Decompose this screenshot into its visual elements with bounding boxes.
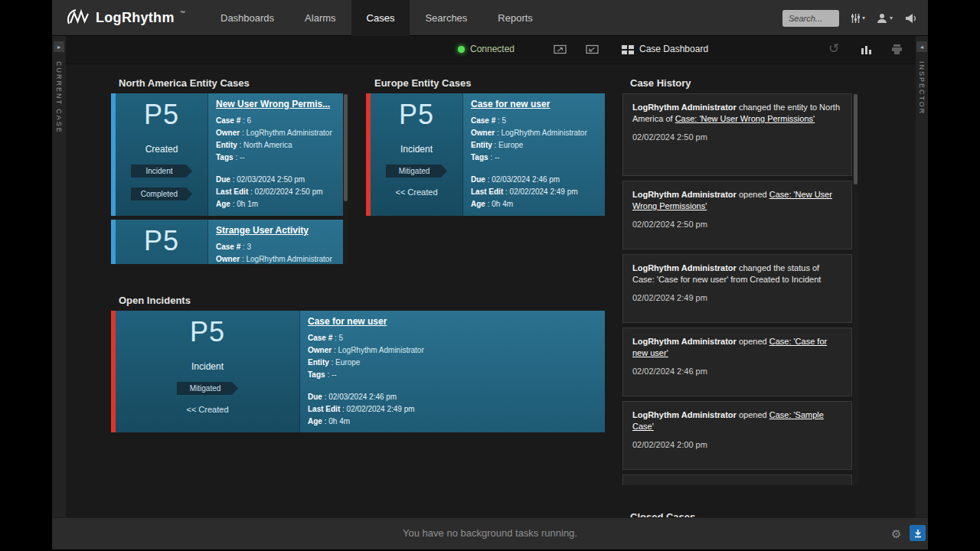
age-field: Age : 0h 4m xyxy=(308,416,597,428)
brand-name: LogRhythm xyxy=(96,8,175,28)
expand-inspector-icon[interactable]: ◂ xyxy=(916,41,927,52)
screen: LogRhythm ™ Dashboards Alarms Cases Sear… xyxy=(0,0,980,551)
north-america-list-scrollbar[interactable] xyxy=(343,93,348,264)
history-actor: LogRhythm Administrator xyxy=(632,263,737,272)
due-field: Due : 02/03/2024 2:46 pm xyxy=(471,174,597,186)
tags-field: Tags : -- xyxy=(471,152,597,164)
tab-dashboards[interactable]: Dashboards xyxy=(205,0,289,36)
user-menu-icon[interactable]: ▾ xyxy=(877,13,893,24)
case-number-field: Case # : 6 xyxy=(216,115,341,127)
owner-field: Owner : LogRhythm Administrator xyxy=(216,253,341,264)
last-edit-field: Last Edit : 02/02/2024 2:49 pm xyxy=(308,403,597,416)
tags-field: Tags : -- xyxy=(308,369,597,381)
case-card-new-user-wrong-permissions[interactable]: P5 Created Incident Completed New User W… xyxy=(111,93,348,216)
tab-cases[interactable]: Cases xyxy=(351,0,410,36)
top-nav: LogRhythm ™ Dashboards Alarms Cases Sear… xyxy=(52,0,928,36)
tab-searches[interactable]: Searches xyxy=(410,0,482,36)
case-number-field: Case # : 3 xyxy=(216,241,341,253)
owner-field: Owner : LogRhythm Administrator xyxy=(216,127,341,139)
history-action-text: opened xyxy=(737,190,769,199)
status-change-mitigated-button[interactable]: Mitigated xyxy=(386,165,447,178)
status-back-created-label[interactable]: << Created xyxy=(186,405,228,414)
chart-columns-icon[interactable] xyxy=(861,44,872,54)
case-details-panel: Case for new user Case # : 5 Owner : Log… xyxy=(300,311,605,432)
secondary-toolbar: Connected Case Dashboard ↺ xyxy=(52,36,928,64)
nav-right-controls: ▾ ▾ xyxy=(782,0,917,36)
history-actor: LogRhythm Administrator xyxy=(632,337,737,346)
inspector-tab-label[interactable]: INSPECTOR xyxy=(918,61,926,115)
case-history-entry: LogRhythm Administrator opened Case: 'Ca… xyxy=(622,328,852,396)
case-status: Incident xyxy=(400,144,433,155)
tab-reports[interactable]: Reports xyxy=(482,0,548,36)
pop-out-panel-icon[interactable] xyxy=(554,44,567,55)
case-card-strange-user-activity[interactable]: P5 Strange User Activity Case # : 3 Owne… xyxy=(111,220,348,264)
dashboard-selector[interactable]: Case Dashboard xyxy=(622,44,708,54)
case-summary-panel: P5 Created Incident Completed xyxy=(116,93,208,216)
open-incident-card-case-for-new-user[interactable]: P5 Incident Mitigated << Created Case fo… xyxy=(111,311,605,432)
case-summary-panel: P5 Incident Mitigated << Created xyxy=(371,93,463,216)
announcements-icon[interactable] xyxy=(904,13,917,24)
entity-field: Entity : Europe xyxy=(308,357,597,369)
age-field: Age : 0h 1m xyxy=(216,198,341,210)
case-title-link[interactable]: Case for new user xyxy=(308,316,597,327)
print-icon[interactable] xyxy=(891,44,903,55)
last-edit-field: Last Edit : 02/02/2024 2:49 pm xyxy=(471,186,597,198)
case-history-entry: LogRhythm Administrator changed the enti… xyxy=(622,93,852,176)
case-history-scrollbar[interactable] xyxy=(853,93,858,485)
dashboard-name: Case Dashboard xyxy=(639,44,708,54)
owner-field: Owner : LogRhythm Administrator xyxy=(308,344,597,357)
case-priority: P5 xyxy=(144,96,179,133)
main-nav-tabs: Dashboards Alarms Cases Searches Reports xyxy=(205,0,548,36)
age-field: Age : 0h 4m xyxy=(471,198,597,210)
case-title-link[interactable]: Strange User Activity xyxy=(216,225,341,236)
status-change-mitigated-button[interactable]: Mitigated xyxy=(177,382,238,395)
tab-alarms[interactable]: Alarms xyxy=(289,0,351,36)
history-entry-body: LogRhythm Administrator opened Case: 'Ne… xyxy=(632,189,842,212)
background-tasks-bar: You have no background tasks running. ⚙ xyxy=(52,517,928,549)
filter-sliders-icon[interactable]: ▾ xyxy=(851,13,865,24)
case-details-panel: Strange User Activity Case # : 3 Owner :… xyxy=(208,220,348,264)
history-timestamp: 02/02/2024 2:00 pm xyxy=(632,439,842,451)
case-link[interactable]: Case: 'New User Wrong Permissions' xyxy=(675,114,815,123)
case-history-list: LogRhythm Administrator changed the enti… xyxy=(622,93,852,485)
scrollbar-thumb[interactable] xyxy=(854,94,858,184)
last-edit-field: Last Edit : 02/02/2024 2:50 pm xyxy=(216,186,341,198)
history-timestamp: 02/02/2024 2:50 pm xyxy=(632,132,842,143)
status-back-created-label[interactable]: << Created xyxy=(395,187,437,197)
connection-status: Connected xyxy=(458,44,514,54)
history-timestamp: 02/02/2024 2:49 pm xyxy=(632,292,842,304)
owner-field: Owner : LogRhythm Administrator xyxy=(471,127,597,139)
due-field: Due : 02/03/2024 2:46 pm xyxy=(308,391,597,403)
chevron-down-icon: ▾ xyxy=(890,15,893,21)
tags-field: Tags : -- xyxy=(216,152,341,164)
case-dates: Due : 02/03/2024 2:46 pm Last Edit : 02/… xyxy=(308,391,597,428)
history-actor: LogRhythm Administrator xyxy=(632,190,737,199)
status-change-completed-button[interactable]: Completed xyxy=(131,187,192,201)
case-history-entry: LogRhythm Administrator changed the stat… xyxy=(622,254,852,323)
status-change-incident-button[interactable]: Incident xyxy=(131,165,192,178)
case-title-link[interactable]: Case for new user xyxy=(471,99,597,109)
case-history-entry: LogRhythm Administrator opened Case: 'Ne… xyxy=(622,181,852,249)
history-actor: LogRhythm Administrator xyxy=(632,410,737,419)
connection-status-label: Connected xyxy=(470,44,514,54)
case-status: Incident xyxy=(191,361,224,372)
connected-dot-icon xyxy=(458,46,465,53)
current-case-tab-label[interactable]: CURRENT CASE xyxy=(55,61,63,134)
undo-icon[interactable]: ↺ xyxy=(828,42,839,56)
logrhythm-brand[interactable]: LogRhythm ™ xyxy=(66,8,185,28)
scrollbar-thumb[interactable] xyxy=(344,94,348,201)
case-title-link[interactable]: New User Wrong Permis... xyxy=(216,99,341,109)
expand-current-case-icon[interactable]: ▸ xyxy=(54,41,64,52)
history-entry-body: LogRhythm Administrator changed the stat… xyxy=(632,262,842,285)
download-tasks-button[interactable] xyxy=(910,525,926,541)
gear-icon[interactable]: ⚙ xyxy=(891,527,901,541)
case-history-entry: LogRhythm Administrator opened Case: 'Sa… xyxy=(622,401,852,470)
search-input[interactable] xyxy=(782,10,839,27)
pop-in-panel-icon[interactable] xyxy=(586,44,599,55)
history-timestamp: 02/02/2024 2:50 pm xyxy=(632,219,842,230)
due-field: Due : 02/03/2024 2:50 pm xyxy=(216,174,341,186)
case-card-case-for-new-user[interactable]: P5 Incident Mitigated << Created Case fo… xyxy=(366,93,605,216)
case-summary-panel: P5 xyxy=(116,220,208,264)
trademark-symbol: ™ xyxy=(180,10,185,15)
dashboard-grid-icon xyxy=(622,44,634,54)
